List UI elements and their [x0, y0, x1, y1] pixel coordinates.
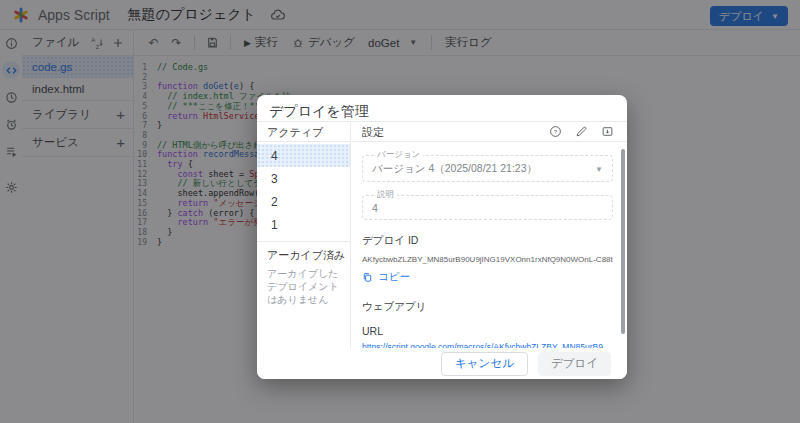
apps-script-ide: Apps Script 無題のプロジェクト デプロイ ▼ ファイル A Z co…	[0, 0, 800, 423]
svg-text:?: ?	[554, 129, 558, 135]
deployment-item-2[interactable]: 2	[257, 190, 350, 213]
copy-icon	[362, 272, 373, 283]
deploy-id-value: AKfycbwbZLZBY_MN85urB90U9jING19VXOnn1rxN…	[362, 255, 613, 264]
webapp-label: ウェブアプリ	[362, 300, 613, 314]
deployment-item-4[interactable]: 4	[257, 144, 350, 167]
deployments-list-column: アクティブ 4321 アーカイブ済み アーカイブしたデプロイメントはありません	[257, 123, 351, 379]
help-icon[interactable]: ?	[549, 125, 563, 139]
description-label: 説明	[374, 189, 397, 201]
settings-header-label: 設定	[362, 125, 384, 140]
version-label: バージョン	[374, 149, 423, 161]
deployment-item-3[interactable]: 3	[257, 167, 350, 190]
cancel-button[interactable]: キャンセル	[441, 352, 528, 376]
version-field[interactable]: バージョン バージョン 4（2025/08/21 21:23） ▼	[362, 149, 613, 182]
copy-label: コピー	[378, 270, 410, 284]
deploy-id-label: デプロイ ID	[362, 234, 613, 248]
scrollbar-thumb[interactable]	[621, 149, 625, 334]
description-field[interactable]: 説明 4	[362, 189, 613, 220]
version-value: バージョン 4（2025/08/21 21:23）	[372, 162, 537, 176]
settings-scroll-area: バージョン バージョン 4（2025/08/21 21:23） ▼ 説明 4 デ…	[352, 143, 627, 348]
archive-icon[interactable]	[601, 125, 615, 139]
archived-empty-text: アーカイブしたデプロイメントはありません	[257, 267, 350, 306]
chevron-down-icon: ▼	[595, 165, 603, 174]
active-header: アクティブ	[257, 123, 350, 142]
dialog-footer: キャンセル デプロイ	[257, 348, 627, 379]
deploy-button-disabled[interactable]: デプロイ	[538, 352, 611, 376]
settings-column: 設定 ? バージョン バージョン 4（2025/08/21 21:23）	[352, 123, 627, 379]
dialog-title: デプロイを管理	[257, 95, 627, 122]
settings-header-row: 設定 ?	[352, 123, 627, 142]
deployment-item-1[interactable]: 1	[257, 213, 350, 236]
edit-icon[interactable]	[575, 125, 589, 139]
description-value: 4	[372, 202, 378, 214]
manage-deployments-dialog: デプロイを管理 アクティブ 4321 アーカイブ済み アーカイブしたデプロイメン…	[257, 95, 627, 379]
url-label: URL	[362, 325, 613, 337]
copy-deploy-id-button[interactable]: コピー	[362, 270, 613, 284]
archived-header: アーカイブ済み	[257, 241, 350, 267]
